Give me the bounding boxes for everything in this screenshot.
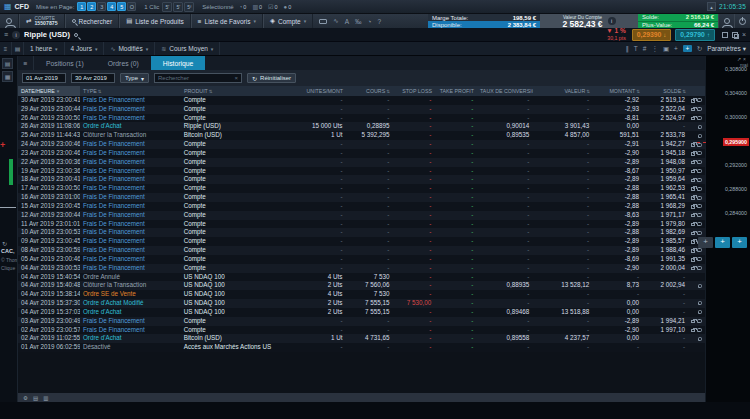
export-table-icon[interactable]: ▥ (43, 395, 48, 401)
export-doc-icon[interactable]: ▤ (33, 395, 38, 401)
comment-icon[interactable] (697, 231, 701, 235)
counter-bars[interactable]: ▥0 (252, 3, 262, 10)
chart-side-tool-icon[interactable]: ▦ (2, 71, 13, 82)
comment-icon[interactable] (697, 187, 701, 191)
print-icon[interactable] (691, 108, 695, 112)
comment-icon[interactable] (697, 178, 701, 182)
user-menu-button[interactable] (0, 14, 19, 28)
layout-button-3[interactable]: 3 (97, 2, 106, 11)
print-icon[interactable] (691, 267, 695, 271)
chart-menu-icon[interactable]: ≡ (4, 31, 8, 38)
payment-card-icon[interactable] (319, 19, 327, 24)
table-row[interactable]: 25 Avr 2019 11:44:43Clôturer la Transact… (18, 131, 705, 140)
indicators-select[interactable]: ∿ Modifiés ▾ (104, 42, 155, 55)
clock-icon[interactable]: ◔ (368, 18, 372, 25)
zoom-in-button[interactable]: + (715, 237, 730, 248)
comment-icon[interactable] (697, 204, 701, 208)
favorites-list-button[interactable]: ≡ Liste de Favoris ▾ (191, 14, 263, 28)
one-click-preset-icon[interactable]: 5ᶠ (184, 2, 194, 12)
comment-icon[interactable] (697, 319, 701, 323)
reset-button[interactable]: ↻ Réinitialiser (247, 73, 296, 83)
table-row[interactable]: 04 Avr 2019 15:37:30Ordre d'Achat Modifi… (18, 299, 705, 308)
print-icon[interactable] (691, 232, 695, 236)
print-icon[interactable] (691, 196, 695, 200)
product-list-button[interactable]: ▤ Liste de Produits (119, 14, 191, 28)
comment-icon[interactable] (697, 266, 701, 270)
collapse-topbar-button[interactable]: ▴ (707, 2, 716, 11)
help-icon[interactable]: ? (377, 18, 381, 25)
comment-icon[interactable] (697, 151, 701, 155)
grid-tool-icon[interactable]: # (643, 45, 647, 52)
comment-icon[interactable] (697, 169, 701, 173)
table-row[interactable]: 05 Avr 2019 23:00:46Frais De Financement… (18, 255, 705, 264)
table-row[interactable]: 09 Avr 2019 23:00:45Frais De Financement… (18, 237, 705, 246)
alerts-icon[interactable]: A (345, 18, 349, 25)
pan-button[interactable]: + (732, 237, 747, 248)
column-header-produit[interactable]: PRODUIT⇅ (181, 86, 298, 96)
counter-check[interactable]: ☑0 (268, 3, 277, 10)
toolbar-menu-icon[interactable]: ≡ (0, 42, 12, 55)
timeframe-select[interactable]: 1 heure ▾ (24, 42, 65, 55)
candles-tool-icon[interactable]: ⋮ (651, 45, 658, 53)
comment-icon[interactable] (698, 337, 702, 341)
search-input[interactable]: Rechercher × (154, 73, 242, 83)
account-switcher[interactable]: ⇄ COMPTE 15507875 (19, 14, 65, 28)
tab-ordres[interactable]: Ordres (0) (96, 56, 151, 70)
print-icon[interactable] (691, 320, 695, 324)
tab-positions[interactable]: Positions (1) (34, 56, 96, 70)
sell-price-button[interactable]: 0,29390 ↓ (632, 29, 672, 41)
comment-icon[interactable] (697, 160, 701, 164)
table-row[interactable]: 30 Avr 2019 23:00:41Frais De Financement… (18, 96, 705, 105)
column-header-unites-mont[interactable]: UNITES/MONT (298, 86, 346, 96)
search-button[interactable]: Rechercher (65, 14, 120, 28)
logout-button[interactable] (734, 14, 750, 28)
table-row[interactable]: 02 Avr 2019 11:02:55Ordre d'AchatBitcoin… (18, 334, 705, 343)
layout-button-2[interactable]: 2 (87, 2, 96, 11)
comment-icon[interactable] (697, 248, 701, 252)
comment-icon[interactable] (698, 125, 702, 129)
counter-dot[interactable]: ●0 (284, 3, 292, 10)
info-icon[interactable]: i (608, 17, 616, 25)
column-header-taux-de-conversion[interactable]: TAUX DE CONVERSION (477, 86, 533, 96)
table-row[interactable]: 04 Avr 2019 15:37:03Ordre d'AchatUS NDAQ… (18, 308, 705, 317)
instrument-search-icon[interactable] (74, 33, 78, 37)
table-row[interactable]: 04 Avr 2019 15:38:14Ordre SE de VenteUS … (18, 290, 705, 299)
print-icon[interactable] (691, 258, 695, 262)
panel-menu-icon[interactable]: ≡ (18, 56, 34, 70)
print-icon[interactable] (691, 179, 695, 183)
table-row[interactable]: 26 Avr 2019 23:00:50Frais De Financement… (18, 114, 705, 123)
date-to-input[interactable]: 30 Avr 2019 (71, 73, 115, 83)
print-icon[interactable] (691, 152, 695, 156)
column-header-date-heure[interactable]: DATE/HEURE▼ (18, 86, 80, 96)
column-header-cours[interactable]: COURS⇅ (346, 86, 393, 96)
comment-icon[interactable] (697, 213, 701, 217)
comment-icon[interactable] (697, 257, 701, 261)
layout-button-O[interactable]: O (127, 2, 136, 11)
parameters-button[interactable]: Paramètres ▾ (707, 45, 746, 53)
type-filter-select[interactable]: Type ▾ (120, 73, 149, 83)
text-tool-icon[interactable]: T (634, 45, 638, 52)
tab-historique[interactable]: Historique (151, 56, 206, 70)
column-header-solde[interactable]: SOLDE⇅ (643, 86, 689, 96)
crosshair-tool-icon[interactable]: + (683, 45, 692, 52)
column-header-stop-loss[interactable]: STOP LOSS (393, 86, 435, 96)
print-icon[interactable] (691, 170, 695, 174)
table-row[interactable]: 26 Avr 2019 11:08:06Ordre d'AchatRipple … (18, 122, 705, 131)
table-row[interactable]: 03 Avr 2019 23:00:49Frais De Financement… (18, 317, 705, 326)
column-header-type[interactable]: TYPE⇅ (80, 86, 181, 96)
permille-icon[interactable]: ‰ (355, 18, 362, 25)
table-row[interactable]: 04 Avr 2019 15:40:48Clôturer la Transact… (18, 281, 705, 290)
table-row[interactable]: 19 Avr 2019 23:00:36Frais De Financement… (18, 167, 705, 176)
close-icon[interactable]: × (742, 31, 746, 38)
refresh-tool-icon[interactable]: ↻ (697, 45, 702, 53)
print-icon[interactable] (691, 329, 695, 333)
comment-icon[interactable] (697, 107, 701, 111)
overlay-tool-icon[interactable]: ▣ (663, 45, 669, 53)
column-header-valeur[interactable]: VALEUR⇅ (533, 86, 593, 96)
comment-icon[interactable] (697, 143, 701, 147)
chart-side-tool-icon[interactable]: ▤ (2, 58, 13, 69)
print-icon[interactable] (691, 187, 695, 191)
print-icon[interactable] (691, 161, 695, 165)
table-row[interactable]: 11 Avr 2019 23:01:01Frais De Financement… (18, 220, 705, 229)
layout-button-1[interactable]: 1 (77, 2, 86, 11)
